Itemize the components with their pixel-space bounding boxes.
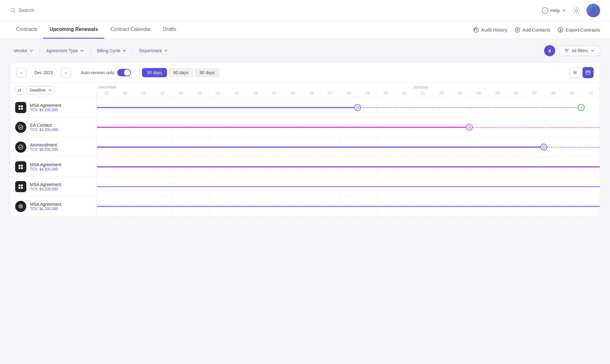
gantt-area: Deadline MSA Agreement bbox=[10, 83, 600, 216]
contract-name-5: MSA Agreement bbox=[30, 202, 61, 207]
svg-rect-21 bbox=[21, 108, 23, 110]
calendar-icon bbox=[586, 70, 591, 75]
contract-info-3: MSA Agreement TCV: $4,200,000 bbox=[30, 162, 61, 171]
audit-history-button[interactable]: Audit History bbox=[473, 27, 507, 33]
gantt-row-0 bbox=[97, 98, 600, 117]
svg-rect-20 bbox=[19, 108, 20, 110]
contract-row-3[interactable]: MSA Agreement TCV: $4,200,000 bbox=[10, 157, 97, 177]
audit-history-label: Audit History bbox=[481, 27, 507, 32]
export-contracts-button[interactable]: Export Contracts bbox=[558, 27, 600, 33]
calendar-view-button[interactable] bbox=[582, 67, 594, 78]
tab-left: Contracts Upcoming Renewals Contract Cal… bbox=[10, 21, 473, 39]
sort-select[interactable]: Deadline bbox=[26, 86, 55, 94]
svg-point-33 bbox=[20, 205, 22, 207]
svg-rect-26 bbox=[19, 167, 20, 169]
contract-tcv-1: TCV: $4,200,000 bbox=[30, 128, 58, 132]
export-contracts-label: Export Contracts bbox=[565, 27, 600, 32]
chevron-down-icon bbox=[122, 49, 127, 53]
add-contacts-button[interactable]: Add Contacts bbox=[515, 27, 550, 33]
contract-tcv-3: TCV: $4,200,000 bbox=[30, 167, 61, 171]
gantt-row-2 bbox=[97, 137, 600, 157]
contract-name-3: MSA Agreement bbox=[30, 162, 61, 167]
svg-rect-24 bbox=[19, 165, 20, 167]
gantt-rows bbox=[97, 98, 600, 216]
gantt-dates-row: 1516171819202122232425262728293031010203… bbox=[97, 83, 600, 98]
filter-divider-2 bbox=[90, 47, 91, 54]
contract-tcv-5: TCV: $4,200,000 bbox=[30, 207, 61, 211]
avatar[interactable]: 👤 bbox=[586, 4, 600, 17]
view-toggle bbox=[569, 67, 594, 78]
filter-icon bbox=[564, 48, 569, 53]
contract-row-0[interactable]: MSA Agreement TCV: $4,200,000 bbox=[10, 98, 97, 117]
svg-point-23 bbox=[19, 145, 23, 149]
filter-divider-1 bbox=[40, 47, 40, 54]
chevron-down-icon bbox=[80, 49, 84, 53]
contract-icon-5 bbox=[15, 201, 26, 212]
contract-icon-2 bbox=[15, 142, 26, 153]
svg-point-4 bbox=[575, 9, 578, 11]
main-content: Vendor Agreement Type Billing Cycle Depa… bbox=[0, 39, 610, 223]
gantt-row-1 bbox=[97, 117, 600, 137]
agreement-type-filter[interactable]: Agreement Type bbox=[42, 46, 88, 55]
svg-point-32 bbox=[19, 205, 23, 208]
sort-icon[interactable] bbox=[15, 86, 24, 95]
gantt-row-5 bbox=[97, 197, 600, 216]
contract-row-2[interactable]: Ammendment TCV: $4,200,000 bbox=[10, 137, 97, 157]
gantt-left-header: Deadline bbox=[10, 83, 97, 98]
tab-upcoming-renewals[interactable]: Upcoming Renewals bbox=[43, 21, 104, 39]
search-area[interactable] bbox=[10, 7, 80, 14]
contract-icon-3 bbox=[15, 161, 26, 172]
svg-rect-27 bbox=[21, 167, 23, 169]
list-icon bbox=[573, 70, 578, 75]
all-filters-label: All filters bbox=[572, 48, 588, 53]
svg-rect-14 bbox=[586, 71, 590, 74]
60-days-button[interactable]: 60 days bbox=[168, 68, 193, 77]
filter-divider-3 bbox=[133, 47, 133, 54]
contract-row-4[interactable]: MSA Agreement TCV: $4,200,000 bbox=[10, 177, 97, 197]
department-filter[interactable]: Department bbox=[135, 46, 172, 55]
help-icon: ? bbox=[542, 7, 548, 14]
add-contacts-label: Add Contacts bbox=[522, 27, 550, 32]
plus-circle-icon bbox=[515, 27, 520, 33]
svg-line-1 bbox=[14, 11, 15, 13]
contract-icon-0 bbox=[15, 102, 26, 113]
tab-actions: Audit History Add Contacts Export Contra… bbox=[473, 27, 600, 33]
auto-renew-area: Auto-renews only bbox=[81, 69, 131, 76]
filter-right: 0 All filters bbox=[544, 45, 600, 56]
contract-row-5[interactable]: MSA Agreement TCV: $4,200,000 bbox=[10, 197, 97, 216]
tab-bar: Contracts Upcoming Renewals Contract Cal… bbox=[0, 21, 610, 39]
prev-month-button[interactable]: ‹ bbox=[16, 68, 26, 78]
contract-name-2: Ammendment bbox=[30, 142, 58, 147]
tab-contract-calendar[interactable]: Contract Calendar bbox=[104, 21, 157, 39]
svg-text:?: ? bbox=[544, 8, 546, 13]
30-days-button[interactable]: 30 days bbox=[142, 68, 167, 77]
contract-info-0: MSA Agreement TCV: $4,200,000 bbox=[30, 103, 61, 112]
contract-info-5: MSA Agreement TCV: $4,200,000 bbox=[30, 202, 61, 211]
gantt-row-3 bbox=[97, 157, 600, 177]
contract-row-1[interactable]: EA Contact TCV: $4,200,000 bbox=[10, 117, 97, 137]
nav-right: ? Help 👤 bbox=[542, 4, 600, 17]
next-month-button[interactable]: › bbox=[61, 68, 71, 78]
history-icon bbox=[473, 27, 479, 33]
tab-contracts[interactable]: Contracts bbox=[10, 21, 43, 39]
filter-count-badge: 0 bbox=[544, 45, 555, 56]
help-button[interactable]: ? Help bbox=[542, 7, 566, 14]
vendor-filter[interactable]: Vendor bbox=[10, 46, 37, 55]
calendar-header: ‹ Dec 2023 › Auto-renews only 30 days 60… bbox=[10, 63, 600, 83]
contract-info-4: MSA Agreement TCV: $4,200,000 bbox=[30, 182, 61, 191]
tab-drafts[interactable]: Drafts bbox=[157, 21, 183, 39]
search-icon bbox=[10, 7, 16, 14]
billing-cycle-filter[interactable]: Billing Cycle bbox=[93, 46, 130, 55]
list-view-button[interactable] bbox=[569, 67, 581, 78]
current-month-label: Dec 2023 bbox=[31, 70, 56, 75]
90-days-button[interactable]: 90 days bbox=[195, 68, 220, 77]
gantt-right: 1516171819202122232425262728293031010203… bbox=[97, 83, 600, 216]
svg-rect-18 bbox=[19, 105, 20, 107]
auto-renew-toggle[interactable] bbox=[117, 69, 131, 76]
settings-icon[interactable] bbox=[572, 6, 580, 15]
download-icon bbox=[558, 27, 563, 33]
help-label: Help bbox=[550, 8, 560, 13]
search-input[interactable] bbox=[19, 8, 80, 13]
svg-point-22 bbox=[19, 125, 23, 129]
all-filters-button[interactable]: All filters bbox=[559, 45, 600, 56]
